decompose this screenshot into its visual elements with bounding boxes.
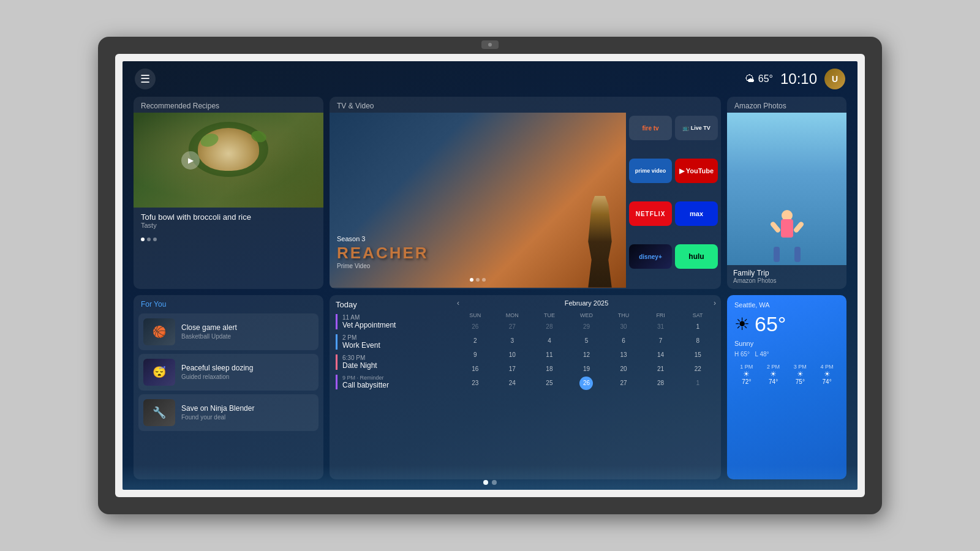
- basketball-title: Close game alert: [181, 323, 314, 332]
- cal-day[interactable]: 13: [617, 348, 630, 362]
- cal-day[interactable]: 12: [579, 348, 593, 362]
- cal-day[interactable]: 28: [543, 320, 556, 334]
- youtube-label: ▶ YouTube: [679, 167, 714, 175]
- screen: ☰ 🌤 65° 10:10 U Recommended Recipes: [123, 61, 858, 490]
- photos-card[interactable]: Amazon Photos: [727, 97, 846, 289]
- hulu-label: hulu: [688, 252, 704, 261]
- cal-day[interactable]: 21: [654, 362, 668, 376]
- header: ☰ 🌤 65° 10:10 U: [123, 61, 858, 97]
- hulu-button[interactable]: hulu: [675, 244, 718, 269]
- play-button[interactable]: ▶: [181, 151, 200, 170]
- cal-day[interactable]: 3: [505, 334, 519, 348]
- hour-time-2pm: 2 PM: [761, 364, 786, 370]
- avatar[interactable]: U: [824, 69, 845, 89]
- cal-wed: WED: [568, 311, 605, 320]
- foryou-text-sleep: Peaceful sleep dozing Guided relaxation: [181, 364, 314, 380]
- recipe-dots: [134, 235, 323, 245]
- cal-thu: THU: [605, 311, 642, 320]
- calendar-next-button[interactable]: ›: [714, 299, 716, 307]
- prime-label: prime video: [635, 168, 666, 174]
- youtube-button[interactable]: ▶ YouTube: [675, 159, 718, 183]
- cal-day[interactable]: 30: [617, 320, 630, 334]
- cal-day-today[interactable]: 26: [579, 377, 593, 390]
- recipes-card[interactable]: Recommended Recipes ▶ Tofu bowl with: [134, 97, 323, 289]
- rdot-3: [482, 278, 486, 282]
- cal-day[interactable]: 5: [579, 334, 593, 348]
- event-vet[interactable]: 11 AM Vet Appointment: [336, 314, 446, 329]
- cal-day[interactable]: 27: [617, 377, 630, 390]
- page-dot-1[interactable]: [483, 480, 488, 485]
- foryou-item-blender[interactable]: 🔧 Save on Ninja Blender Found your deal: [138, 394, 318, 431]
- event-work-name: Work Event: [342, 341, 446, 350]
- tv-apps-grid: fire tv 📺 Live TV prime video ▶ YouTube: [626, 113, 721, 288]
- cal-day[interactable]: 31: [654, 320, 668, 334]
- calendar-prev-button[interactable]: ‹: [457, 299, 459, 307]
- right-leg: [794, 247, 801, 262]
- basketball-thumb: 🏀: [143, 318, 175, 345]
- tv-card[interactable]: TV & Video Season 3 REACHER Prime Video: [330, 97, 721, 289]
- netflix-button[interactable]: NETFLIX: [629, 201, 672, 226]
- cal-day[interactable]: 4: [543, 334, 556, 348]
- cal-day[interactable]: 25: [543, 377, 556, 390]
- hour-temp-3pm: 75°: [788, 378, 813, 385]
- weather-location: Seattle, WA: [734, 301, 839, 309]
- cal-day[interactable]: 9: [469, 348, 482, 362]
- cal-day[interactable]: 2: [469, 334, 482, 348]
- netflix-label: NETFLIX: [636, 211, 666, 217]
- livetv-button[interactable]: 📺 Live TV: [675, 116, 718, 140]
- hour-icon-2pm: ☀: [761, 370, 786, 378]
- disney-button[interactable]: disney+: [629, 244, 672, 269]
- device-mat: ☰ 🌤 65° 10:10 U Recommended Recipes: [115, 54, 865, 497]
- sleep-icon: 😴: [143, 359, 175, 386]
- reacher-silhouette: [583, 196, 617, 288]
- foryou-item-basketball[interactable]: 🏀 Close game alert Basketball Update: [138, 313, 318, 350]
- basketball-icon: 🏀: [143, 318, 175, 345]
- sun-icon: ☀: [734, 314, 750, 334]
- reacher-platform: Prime Video: [337, 263, 429, 269]
- cal-day[interactable]: 10: [505, 348, 519, 362]
- cal-day[interactable]: 26: [469, 320, 482, 334]
- header-right: 🌤 65° 10:10 U: [745, 69, 845, 89]
- photo-title: Family Trip: [733, 269, 840, 277]
- dot-3: [153, 238, 157, 241]
- dot-1: [141, 238, 145, 241]
- cal-day[interactable]: 16: [469, 362, 482, 376]
- max-label: max: [690, 210, 703, 217]
- page-dot-2[interactable]: [492, 480, 497, 485]
- cal-day[interactable]: 8: [691, 334, 704, 348]
- event-babysitter[interactable]: 9 PM · Reminder Call babysitter: [336, 375, 446, 389]
- today-events: Today 11 AM Vet Appointment 2 PM Work Ev…: [330, 295, 452, 480]
- reacher-banner[interactable]: Season 3 REACHER Prime Video: [330, 113, 626, 288]
- cal-day[interactable]: 24: [505, 377, 519, 390]
- cal-day[interactable]: 27: [505, 320, 519, 334]
- cal-day[interactable]: 22: [691, 362, 704, 376]
- cal-day[interactable]: 15: [691, 348, 704, 362]
- cal-day[interactable]: 1: [691, 320, 704, 334]
- hour-temp-2pm: 74°: [761, 378, 786, 385]
- cal-day[interactable]: 11: [543, 348, 556, 362]
- prime-button[interactable]: prime video: [629, 159, 672, 183]
- cal-day[interactable]: 14: [654, 348, 668, 362]
- event-date[interactable]: 6:30 PM Date Night: [336, 354, 446, 370]
- cal-day[interactable]: 7: [654, 334, 668, 348]
- firetv-button[interactable]: fire tv: [629, 116, 672, 140]
- cal-day[interactable]: 23: [469, 377, 482, 390]
- cal-day[interactable]: 29: [579, 320, 593, 334]
- weather-high: H 65°: [734, 351, 750, 358]
- event-work[interactable]: 2 PM Work Event: [336, 334, 446, 350]
- foryou-item-sleep[interactable]: 😴 Peaceful sleep dozing Guided relaxatio…: [138, 354, 318, 391]
- menu-button[interactable]: ☰: [135, 69, 156, 89]
- foryou-items: 🏀 Close game alert Basketball Update 😴: [134, 311, 323, 436]
- torso: [781, 219, 793, 238]
- play-icon: ▶: [188, 156, 194, 165]
- cal-day[interactable]: 1: [691, 377, 704, 390]
- max-button[interactable]: max: [675, 201, 718, 226]
- cal-day[interactable]: 17: [505, 362, 519, 376]
- cal-day[interactable]: 18: [543, 362, 556, 376]
- left-arm: [769, 220, 781, 233]
- cal-day[interactable]: 6: [617, 334, 630, 348]
- cal-day[interactable]: 19: [579, 362, 593, 376]
- event-vet-name: Vet Appointment: [342, 321, 446, 329]
- cal-day[interactable]: 28: [654, 377, 668, 390]
- cal-day[interactable]: 20: [617, 362, 630, 376]
